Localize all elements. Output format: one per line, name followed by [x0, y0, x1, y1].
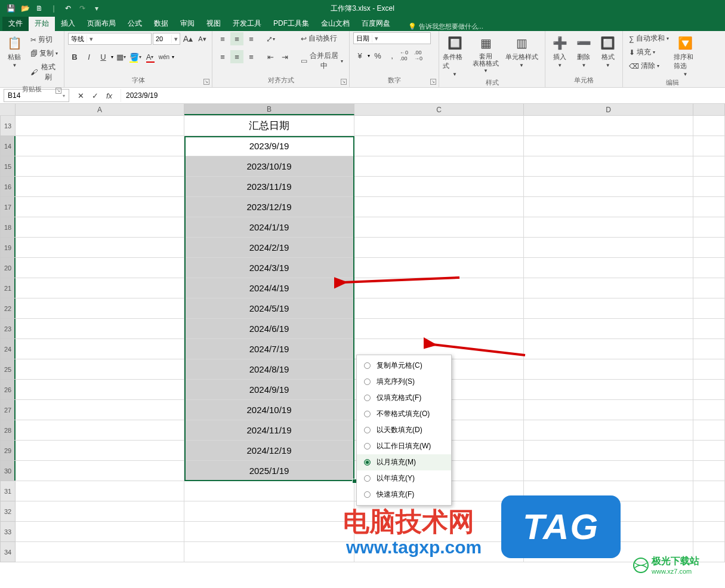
cell[interactable]: [16, 156, 184, 177]
font-family-combo[interactable]: 等线▾: [68, 33, 152, 45]
cell[interactable]: 2024/10/19: [184, 400, 354, 420]
clipboard-launcher[interactable]: ↘: [55, 88, 61, 94]
enter-formula-icon[interactable]: ✓: [88, 89, 101, 102]
cell[interactable]: [16, 177, 184, 197]
cell[interactable]: [354, 116, 524, 136]
autosum-button[interactable]: ∑自动求和▾: [627, 32, 671, 45]
align-launcher[interactable]: ↘: [341, 79, 347, 85]
align-middle-icon[interactable]: ≡: [230, 32, 243, 45]
underline-button[interactable]: U: [97, 50, 110, 63]
format-cell-button[interactable]: 🔲格式▼: [597, 32, 619, 68]
delete-cell-button[interactable]: ➖删除▼: [573, 32, 594, 68]
cell[interactable]: 2023/12/19: [184, 197, 354, 217]
save-icon[interactable]: 💾: [5, 2, 17, 14]
cell[interactable]: [16, 238, 184, 258]
bold-button[interactable]: B: [68, 50, 81, 63]
cell[interactable]: [693, 501, 725, 522]
cell[interactable]: [354, 542, 524, 562]
cell[interactable]: [16, 258, 184, 278]
tab-wps[interactable]: 金山文档: [315, 16, 356, 31]
cell[interactable]: 2025/1/19: [184, 461, 354, 481]
cell[interactable]: [693, 339, 725, 359]
cell[interactable]: 2024/2/19: [184, 238, 354, 258]
italic-button[interactable]: I: [82, 50, 95, 63]
row-header[interactable]: 14: [0, 136, 16, 156]
align-center-icon[interactable]: ≡: [230, 50, 243, 63]
orientation-icon[interactable]: ⤢▾: [264, 32, 277, 45]
inc-decimal-icon[interactable]: ←0 .00: [400, 49, 413, 62]
redo-icon[interactable]: ↷: [76, 2, 88, 14]
row-header[interactable]: 23: [0, 319, 16, 339]
fx-icon[interactable]: fx: [103, 89, 116, 102]
spreadsheet-grid[interactable]: A B C D 13汇总日期142023/9/19152023/10/19162…: [0, 104, 725, 562]
cell[interactable]: [524, 380, 693, 400]
ctx-fill-series[interactable]: 填充序列(S): [357, 374, 451, 390]
row-header[interactable]: 20: [0, 258, 16, 278]
insert-cell-button[interactable]: ➕插入▼: [549, 32, 570, 68]
cell[interactable]: [354, 177, 524, 197]
tab-baidu[interactable]: 百度网盘: [356, 16, 396, 31]
clear-button[interactable]: ⌫清除▾: [627, 60, 671, 72]
cell[interactable]: [693, 156, 725, 177]
row-header[interactable]: 29: [0, 441, 16, 461]
cut-button[interactable]: ✂剪切: [28, 33, 60, 46]
cell[interactable]: 汇总日期: [184, 116, 354, 136]
cell[interactable]: [354, 522, 524, 542]
tab-formulas[interactable]: 公式: [122, 16, 148, 31]
row-header[interactable]: 34: [0, 542, 16, 562]
cell[interactable]: [693, 136, 725, 156]
row-header[interactable]: 33: [0, 522, 16, 542]
cell[interactable]: [524, 136, 693, 156]
cell[interactable]: [693, 461, 725, 481]
paste-button[interactable]: 📋 粘贴▼: [4, 32, 26, 68]
fill-button[interactable]: ⬇填充▾: [627, 46, 671, 59]
fill-color-button[interactable]: 🪣▾: [129, 50, 142, 63]
wrap-text-button[interactable]: ↩自动换行: [298, 32, 345, 45]
cell[interactable]: [16, 136, 184, 156]
ctx-copy-cells[interactable]: 复制单元格(C): [357, 358, 451, 374]
cell[interactable]: [16, 278, 184, 298]
ctx-fill-format[interactable]: 仅填充格式(F): [357, 390, 451, 406]
cell[interactable]: 2024/4/19: [184, 278, 354, 298]
indent-inc-icon[interactable]: ⇥: [278, 50, 291, 63]
cell[interactable]: 2023/11/19: [184, 177, 354, 197]
cell[interactable]: [354, 197, 524, 217]
row-header[interactable]: 25: [0, 359, 16, 380]
cell[interactable]: [693, 197, 725, 217]
number-launcher[interactable]: ↘: [430, 79, 436, 85]
tab-file[interactable]: 文件: [2, 16, 29, 31]
cell[interactable]: [524, 177, 693, 197]
cell[interactable]: [184, 542, 354, 562]
tab-data[interactable]: 数据: [148, 16, 174, 31]
cell[interactable]: 2024/7/19: [184, 339, 354, 359]
cell[interactable]: [693, 238, 725, 258]
cell[interactable]: 2024/1/19: [184, 217, 354, 238]
decrease-font-icon[interactable]: A▾: [196, 32, 209, 45]
cell[interactable]: [524, 441, 693, 461]
cell[interactable]: [693, 298, 725, 319]
row-header[interactable]: 24: [0, 339, 16, 359]
tab-view[interactable]: 视图: [200, 16, 227, 31]
cell[interactable]: [524, 217, 693, 238]
tab-home[interactable]: 开始: [29, 16, 55, 31]
cell[interactable]: 2024/3/19: [184, 258, 354, 278]
font-launcher[interactable]: ↘: [203, 79, 209, 85]
cell[interactable]: [16, 481, 184, 501]
align-right-icon[interactable]: ≡: [245, 50, 258, 63]
cell[interactable]: [524, 359, 693, 380]
row-header[interactable]: 30: [0, 461, 16, 481]
border-button[interactable]: ▦▾: [115, 50, 128, 63]
col-header-b[interactable]: B: [184, 104, 354, 115]
row-header[interactable]: 19: [0, 238, 16, 258]
dec-decimal-icon[interactable]: .00 →0: [414, 49, 427, 62]
col-header-d[interactable]: D: [524, 104, 693, 115]
cell[interactable]: [693, 359, 725, 380]
ctx-fill-weekdays[interactable]: 以工作日填充(W): [357, 438, 451, 454]
merge-center-button[interactable]: ▭合并后居中▾: [298, 50, 345, 72]
cell[interactable]: [354, 319, 524, 339]
comma-icon[interactable]: ,: [385, 49, 399, 62]
cell[interactable]: [693, 278, 725, 298]
cell[interactable]: [693, 177, 725, 197]
cell[interactable]: [524, 339, 693, 359]
cell[interactable]: [16, 380, 184, 400]
